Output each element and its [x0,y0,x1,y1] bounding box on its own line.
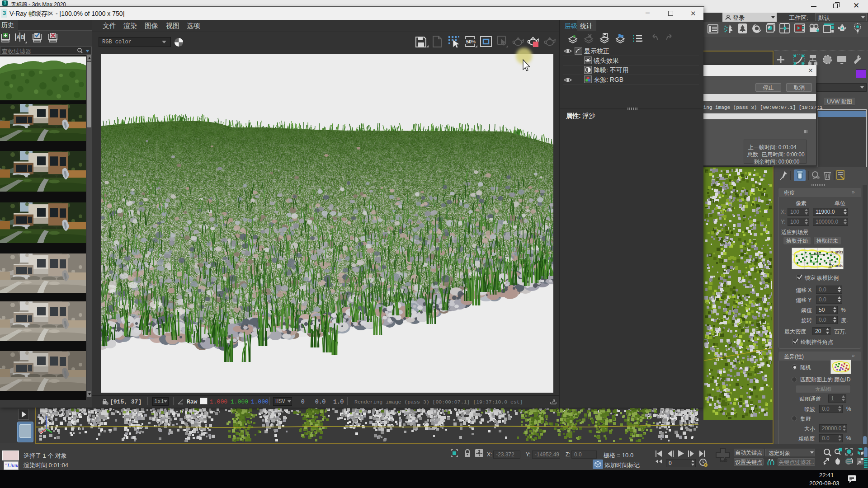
svg-text:50: 50 [466,39,472,44]
svg-text:Y units: Y units [831,263,843,268]
svg-text:A: A [17,35,20,40]
svg-text:B: B [21,35,24,40]
svg-text:X units: X units [831,250,843,254]
svg-text:%: % [472,39,476,44]
